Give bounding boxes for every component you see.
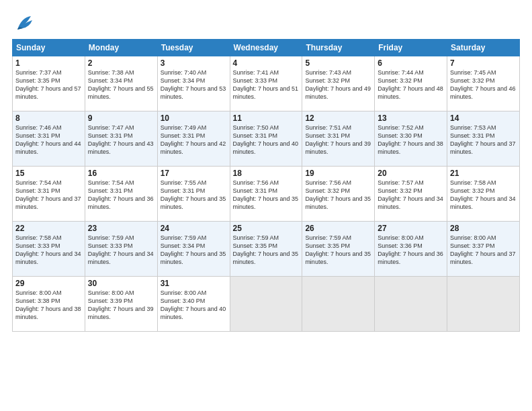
table-row: 29 Sunrise: 8:00 AM Sunset: 3:38 PM Dayl… xyxy=(13,277,85,332)
daylight-text: Daylight: 7 hours and 35 minutes. xyxy=(233,250,299,265)
day-info: Sunrise: 7:58 AM Sunset: 3:33 PM Dayligh… xyxy=(15,234,82,267)
day-number: 16 xyxy=(88,169,154,178)
day-info: Sunrise: 7:50 AM Sunset: 3:31 PM Dayligh… xyxy=(233,124,300,156)
daylight-text: Daylight: 7 hours and 36 minutes. xyxy=(378,250,443,265)
sunrise-text: Sunrise: 8:00 AM xyxy=(161,289,207,296)
sunset-text: Sunset: 3:34 PM xyxy=(161,242,206,249)
table-row: 11 Sunrise: 7:50 AM Sunset: 3:31 PM Dayl… xyxy=(230,111,302,167)
daylight-text: Daylight: 7 hours and 51 minutes. xyxy=(233,85,299,100)
daylight-text: Daylight: 7 hours and 39 minutes. xyxy=(305,140,371,155)
day-number: 24 xyxy=(161,224,227,233)
table-row: 24 Sunrise: 7:59 AM Sunset: 3:34 PM Dayl… xyxy=(157,222,230,277)
day-number: 10 xyxy=(161,113,227,123)
table-row: 31 Sunrise: 8:00 AM Sunset: 3:40 PM Dayl… xyxy=(157,277,230,332)
th-monday: Monday xyxy=(85,40,157,56)
daylight-text: Daylight: 7 hours and 55 minutes. xyxy=(88,85,154,100)
daylight-text: Daylight: 7 hours and 48 minutes. xyxy=(378,85,443,100)
day-number: 7 xyxy=(450,58,517,68)
sunrise-text: Sunrise: 8:00 AM xyxy=(378,234,424,241)
logo xyxy=(12,11,39,35)
day-number: 14 xyxy=(450,113,517,123)
day-info: Sunrise: 7:54 AM Sunset: 3:31 PM Dayligh… xyxy=(15,179,82,212)
th-thursday: Thursday xyxy=(302,40,375,56)
daylight-text: Daylight: 7 hours and 35 minutes. xyxy=(161,195,226,210)
sunrise-text: Sunrise: 7:45 AM xyxy=(450,69,496,76)
table-row: 14 Sunrise: 7:53 AM Sunset: 3:31 PM Dayl… xyxy=(447,111,520,167)
day-number: 27 xyxy=(378,224,444,233)
sunset-text: Sunset: 3:32 PM xyxy=(450,77,495,84)
sunset-text: Sunset: 3:36 PM xyxy=(378,242,423,249)
daylight-text: Daylight: 7 hours and 37 minutes. xyxy=(450,250,516,265)
table-row: 26 Sunrise: 7:59 AM Sunset: 3:35 PM Dayl… xyxy=(302,222,375,277)
day-number: 29 xyxy=(15,279,82,288)
sunset-text: Sunset: 3:37 PM xyxy=(450,242,495,249)
calendar-week-row: 15 Sunrise: 7:54 AM Sunset: 3:31 PM Dayl… xyxy=(13,167,520,222)
daylight-text: Daylight: 7 hours and 34 minutes. xyxy=(15,250,81,265)
day-info: Sunrise: 7:52 AM Sunset: 3:30 PM Dayligh… xyxy=(378,124,444,156)
sunrise-text: Sunrise: 7:40 AM xyxy=(161,69,207,76)
day-number: 9 xyxy=(88,113,154,123)
sunset-text: Sunset: 3:31 PM xyxy=(161,132,206,139)
sunrise-text: Sunrise: 7:52 AM xyxy=(378,124,424,131)
sunset-text: Sunset: 3:30 PM xyxy=(378,132,423,139)
day-number: 26 xyxy=(305,224,371,233)
sunset-text: Sunset: 3:32 PM xyxy=(378,187,423,194)
table-row xyxy=(375,277,447,332)
calendar-week-row: 1 Sunrise: 7:37 AM Sunset: 3:35 PM Dayli… xyxy=(13,56,520,111)
table-row: 16 Sunrise: 7:54 AM Sunset: 3:31 PM Dayl… xyxy=(85,167,157,222)
daylight-text: Daylight: 7 hours and 38 minutes. xyxy=(15,306,81,320)
day-info: Sunrise: 8:00 AM Sunset: 3:36 PM Dayligh… xyxy=(378,234,444,267)
daylight-text: Daylight: 7 hours and 36 minutes. xyxy=(88,195,154,210)
table-row: 9 Sunrise: 7:47 AM Sunset: 3:31 PM Dayli… xyxy=(85,111,157,167)
sunset-text: Sunset: 3:31 PM xyxy=(88,187,133,194)
day-info: Sunrise: 7:45 AM Sunset: 3:32 PM Dayligh… xyxy=(450,68,517,101)
day-info: Sunrise: 7:58 AM Sunset: 3:32 PM Dayligh… xyxy=(450,179,517,212)
sunrise-text: Sunrise: 7:59 AM xyxy=(161,234,207,241)
daylight-text: Daylight: 7 hours and 38 minutes. xyxy=(378,140,443,155)
day-info: Sunrise: 7:53 AM Sunset: 3:31 PM Dayligh… xyxy=(450,124,517,156)
sunset-text: Sunset: 3:35 PM xyxy=(305,242,350,249)
day-info: Sunrise: 7:47 AM Sunset: 3:31 PM Dayligh… xyxy=(88,124,154,156)
sunrise-text: Sunrise: 7:53 AM xyxy=(450,124,496,131)
calendar-week-row: 29 Sunrise: 8:00 AM Sunset: 3:38 PM Dayl… xyxy=(13,277,520,332)
daylight-text: Daylight: 7 hours and 53 minutes. xyxy=(161,85,226,100)
day-number: 4 xyxy=(233,58,300,68)
table-row: 25 Sunrise: 7:59 AM Sunset: 3:35 PM Dayl… xyxy=(230,222,302,277)
day-number: 11 xyxy=(233,113,300,123)
sunset-text: Sunset: 3:39 PM xyxy=(88,298,133,304)
th-tuesday: Tuesday xyxy=(157,40,230,56)
day-info: Sunrise: 7:56 AM Sunset: 3:31 PM Dayligh… xyxy=(233,179,300,212)
table-row: 13 Sunrise: 7:52 AM Sunset: 3:30 PM Dayl… xyxy=(375,111,447,167)
day-info: Sunrise: 7:55 AM Sunset: 3:31 PM Dayligh… xyxy=(161,179,227,212)
day-info: Sunrise: 7:37 AM Sunset: 3:35 PM Dayligh… xyxy=(15,68,82,101)
day-number: 18 xyxy=(233,169,300,178)
page: Sunday Monday Tuesday Wednesday Thursday… xyxy=(0,0,532,411)
day-number: 21 xyxy=(450,169,517,178)
sunrise-text: Sunrise: 7:57 AM xyxy=(378,179,424,186)
daylight-text: Daylight: 7 hours and 40 minutes. xyxy=(161,306,226,320)
table-row: 15 Sunrise: 7:54 AM Sunset: 3:31 PM Dayl… xyxy=(13,167,85,222)
sunrise-text: Sunrise: 7:49 AM xyxy=(161,124,207,131)
daylight-text: Daylight: 7 hours and 40 minutes. xyxy=(233,140,299,155)
day-info: Sunrise: 7:43 AM Sunset: 3:32 PM Dayligh… xyxy=(305,68,371,101)
th-sunday: Sunday xyxy=(13,40,85,56)
daylight-text: Daylight: 7 hours and 35 minutes. xyxy=(161,250,226,265)
day-number: 15 xyxy=(15,169,82,178)
table-row: 6 Sunrise: 7:44 AM Sunset: 3:32 PM Dayli… xyxy=(375,56,447,111)
sunset-text: Sunset: 3:31 PM xyxy=(450,132,495,139)
sunset-text: Sunset: 3:31 PM xyxy=(233,187,278,194)
sunset-text: Sunset: 3:33 PM xyxy=(15,242,60,249)
daylight-text: Daylight: 7 hours and 35 minutes. xyxy=(305,250,371,265)
table-row: 30 Sunrise: 8:00 AM Sunset: 3:39 PM Dayl… xyxy=(85,277,157,332)
daylight-text: Daylight: 7 hours and 49 minutes. xyxy=(305,85,371,100)
sunrise-text: Sunrise: 7:54 AM xyxy=(15,179,62,186)
logo-bird-icon xyxy=(12,11,36,35)
day-info: Sunrise: 7:59 AM Sunset: 3:35 PM Dayligh… xyxy=(233,234,300,267)
sunset-text: Sunset: 3:33 PM xyxy=(88,242,133,249)
table-row xyxy=(230,277,302,332)
sunset-text: Sunset: 3:32 PM xyxy=(378,77,423,84)
table-row: 28 Sunrise: 8:00 AM Sunset: 3:37 PM Dayl… xyxy=(447,222,520,277)
day-number: 6 xyxy=(378,58,444,68)
daylight-text: Daylight: 7 hours and 35 minutes. xyxy=(233,195,299,210)
daylight-text: Daylight: 7 hours and 34 minutes. xyxy=(88,250,154,265)
